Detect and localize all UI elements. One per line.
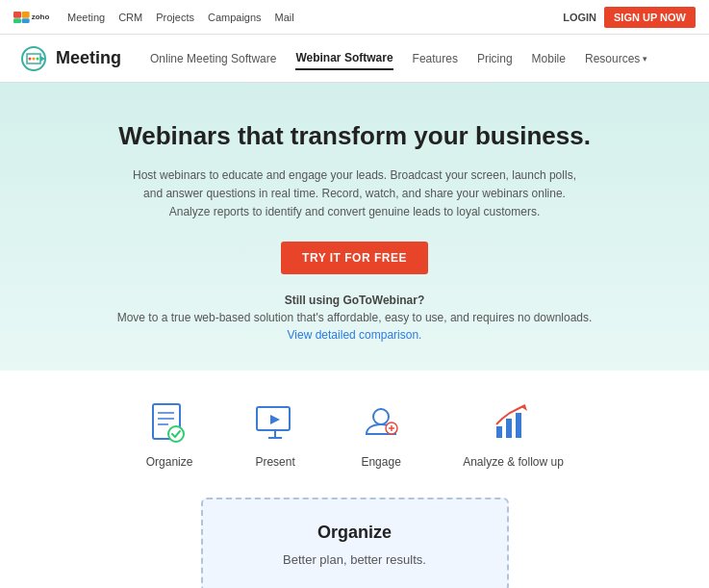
hero-title: Webinars that transform your business. <box>19 121 690 151</box>
top-nav-left: zoho Meeting CRM Projects Campaigns Mail <box>13 9 294 26</box>
gotow-link[interactable]: View detailed comparison. <box>288 328 422 342</box>
topnav-projects[interactable]: Projects <box>156 12 194 23</box>
brand[interactable]: Meeting <box>19 44 121 73</box>
nav-resources[interactable]: Resources ▾ <box>585 52 647 65</box>
gotow-section: Still using GoToWebinar? Move to a true … <box>19 294 690 342</box>
svg-rect-3 <box>22 18 30 23</box>
gotow-title: Still using GoToWebinar? <box>19 294 690 307</box>
hero-section: Webinars that transform your business. H… <box>0 83 709 371</box>
gotow-sub: Move to a true web-based solution that's… <box>19 311 690 324</box>
topnav-crm[interactable]: CRM <box>118 12 142 23</box>
feature-present[interactable]: Present <box>251 399 299 469</box>
svg-rect-24 <box>506 419 512 438</box>
feature-analyze-label: Analyze & follow up <box>463 455 564 469</box>
feature-organize-label: Organize <box>146 455 193 469</box>
svg-point-9 <box>37 57 39 60</box>
top-nav-links: Meeting CRM Projects Campaigns Mail <box>67 12 294 23</box>
try-free-button[interactable]: TRY IT FOR FREE <box>281 242 428 274</box>
nav-online-meeting[interactable]: Online Meeting Software <box>150 48 276 69</box>
brand-name: Meeting <box>56 48 121 68</box>
detail-title: Organize <box>241 523 468 543</box>
hero-description: Host webinars to educate and engage your… <box>124 166 586 222</box>
detail-section: Organize Better plan, better results. <box>0 488 709 588</box>
top-nav-right: LOGIN SIGN UP NOW <box>563 7 696 28</box>
svg-rect-23 <box>496 426 502 438</box>
svg-rect-0 <box>13 12 21 18</box>
login-button[interactable]: LOGIN <box>563 12 596 23</box>
svg-point-19 <box>373 409 389 424</box>
topnav-meeting[interactable]: Meeting <box>67 12 105 23</box>
main-nav: Meeting Online Meeting Software Webinar … <box>0 35 709 83</box>
feature-analyze[interactable]: Analyze & follow up <box>463 399 564 469</box>
svg-point-14 <box>168 426 184 442</box>
feature-engage-label: Engage <box>361 455 400 469</box>
detail-box: Organize Better plan, better results. <box>201 498 509 588</box>
features-row: Organize Present Engage <box>0 371 709 488</box>
nav-links: Online Meeting Software Webinar Software… <box>150 47 690 70</box>
feature-engage[interactable]: Engage <box>357 399 405 469</box>
nav-resources-label: Resources <box>585 52 640 65</box>
nav-mobile[interactable]: Mobile <box>532 48 566 69</box>
top-nav: zoho Meeting CRM Projects Campaigns Mail… <box>0 0 709 35</box>
page-wrapper: zoho Meeting CRM Projects Campaigns Mail… <box>0 0 709 588</box>
topnav-mail[interactable]: Mail <box>275 12 294 23</box>
svg-point-7 <box>29 57 32 60</box>
svg-rect-2 <box>13 18 21 23</box>
topnav-campaigns[interactable]: Campaigns <box>208 12 262 23</box>
nav-pricing[interactable]: Pricing <box>477 48 513 69</box>
detail-subtitle: Better plan, better results. <box>241 552 468 567</box>
feature-organize[interactable]: Organize <box>145 399 193 469</box>
zoho-logo[interactable]: zoho <box>13 9 52 26</box>
feature-present-label: Present <box>255 455 294 469</box>
svg-marker-16 <box>270 415 280 424</box>
svg-rect-1 <box>22 12 30 18</box>
svg-rect-25 <box>516 413 521 438</box>
nav-webinar-software[interactable]: Webinar Software <box>295 47 392 70</box>
chevron-down-icon: ▾ <box>643 54 647 64</box>
signup-button[interactable]: SIGN UP NOW <box>604 7 696 28</box>
nav-features[interactable]: Features <box>413 48 458 69</box>
svg-point-8 <box>33 57 36 60</box>
svg-text:zoho: zoho <box>32 13 50 21</box>
